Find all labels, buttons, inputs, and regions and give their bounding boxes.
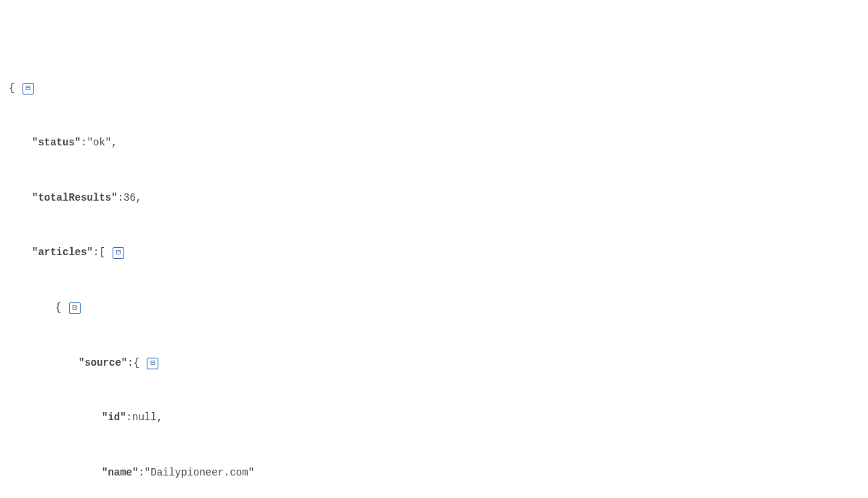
json-prop-status: "status":"ok", <box>9 134 859 152</box>
collapse-icon[interactable]: ⊟ <box>69 302 81 314</box>
collapse-icon[interactable]: ⊟ <box>23 83 34 95</box>
json-prop-source: "source":{ ⊟ <box>9 354 859 372</box>
json-prop-id: "id":null, <box>9 409 859 427</box>
collapse-icon[interactable]: ⊟ <box>113 247 124 259</box>
json-prop-name: "name":"Dailypioneer.com" <box>9 464 859 482</box>
json-array-item-open: { ⊟ <box>9 299 859 317</box>
json-prop-articles: "articles":[ ⊟ <box>9 244 859 262</box>
json-prop-totalresults: "totalResults":36, <box>9 189 859 207</box>
collapse-icon[interactable]: ⊟ <box>147 358 158 369</box>
json-root-open: { ⊟ <box>9 79 859 97</box>
